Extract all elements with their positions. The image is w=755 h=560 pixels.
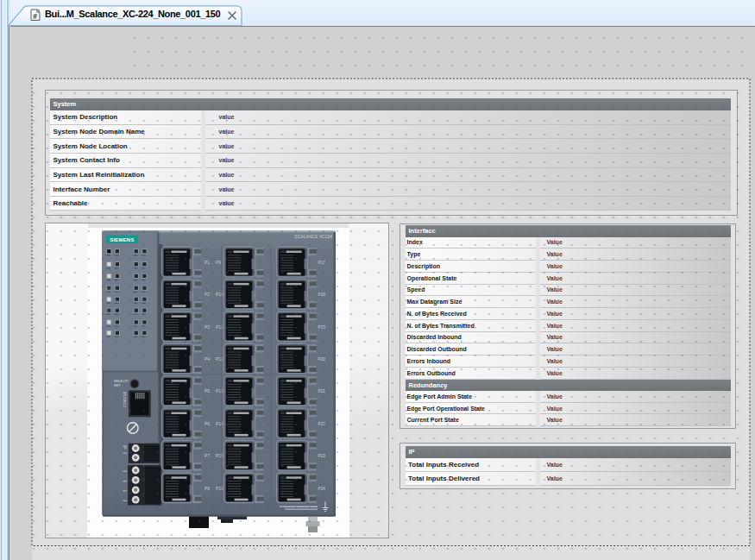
svg-text:CONSOLE: CONSOLE — [123, 391, 127, 407]
svg-text:P2: P2 — [204, 293, 210, 297]
svg-text:P11: P11 — [216, 325, 223, 330]
svg-text:SCALANCE XC224: SCALANCE XC224 — [294, 234, 332, 239]
svg-text:P6: P6 — [204, 422, 210, 426]
svg-text:P17: P17 — [318, 261, 326, 265]
svg-text:P15: P15 — [216, 454, 223, 458]
svg-text:P23: P23 — [318, 454, 326, 458]
svg-text:P22: P22 — [318, 422, 326, 426]
svg-text:SIEMENS: SIEMENS — [110, 237, 134, 242]
svg-text:P8: P8 — [204, 487, 210, 491]
svg-text:P1: P1 — [204, 261, 210, 265]
svg-text:P10: P10 — [216, 293, 223, 297]
svg-text:P24: P24 — [318, 487, 326, 491]
svg-text:P19: P19 — [318, 325, 326, 330]
svg-text:P5: P5 — [204, 389, 210, 393]
svg-text:P18: P18 — [318, 293, 326, 297]
svg-text:P13: P13 — [216, 389, 223, 393]
svg-text:SET: SET — [114, 383, 121, 387]
svg-text:P9: P9 — [216, 261, 221, 265]
svg-text:P12: P12 — [216, 357, 223, 362]
svg-text:P20: P20 — [318, 357, 326, 362]
svg-text:P3: P3 — [204, 325, 210, 330]
svg-text:P21: P21 — [318, 389, 326, 393]
svg-text:P7: P7 — [204, 454, 210, 458]
svg-text:P14: P14 — [216, 422, 223, 426]
svg-text:P16: P16 — [216, 487, 223, 491]
svg-text:P4: P4 — [204, 357, 210, 362]
